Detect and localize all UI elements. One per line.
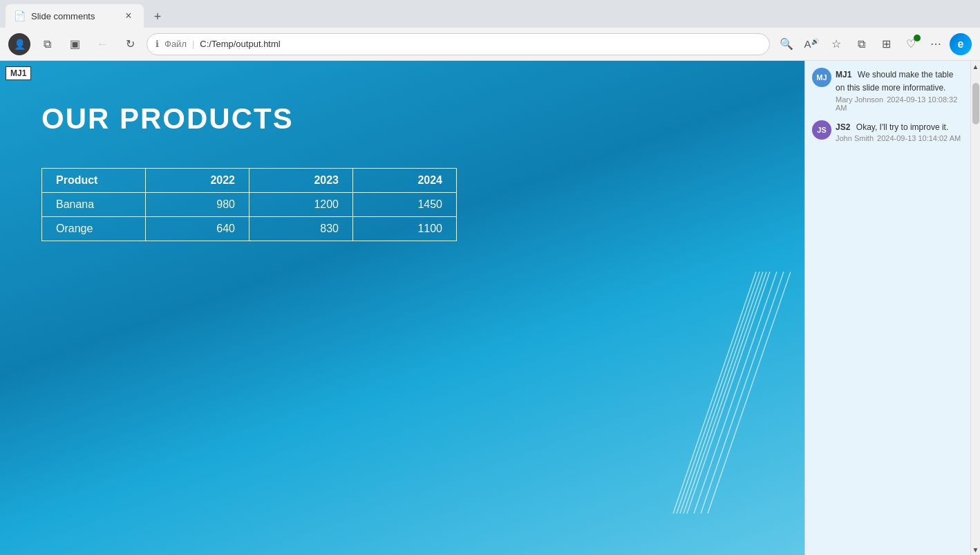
edge-logo-icon: e xyxy=(958,38,964,50)
cell-banana-2024: 1450 xyxy=(353,193,457,217)
address-url: C:/Temp/output.html xyxy=(200,39,761,49)
tab-bar: 📄 Slide comments × + xyxy=(0,0,980,28)
col-header-2023: 2023 xyxy=(249,169,353,193)
table-header-row: Product 2022 2023 2024 xyxy=(42,169,457,193)
slide-comment-badge[interactable]: MJ1 xyxy=(6,66,31,80)
extensions-button[interactable]: ♡ xyxy=(900,33,922,55)
toolbar-right-group: 🔍 A🔊 ☆ ⧉ ⊞ ♡ ⋯ e xyxy=(775,33,972,55)
svg-line-3 xyxy=(694,272,777,514)
search-button[interactable]: 🔍 xyxy=(775,33,798,55)
split-screen-button[interactable]: ⧉ xyxy=(850,33,872,55)
more-button[interactable]: ⋯ xyxy=(925,33,947,55)
svg-line-1 xyxy=(680,272,763,514)
cell-orange-name: Orange xyxy=(42,217,146,241)
profile-button[interactable]: 👤 xyxy=(8,33,30,55)
sidebar-toggle-btn[interactable]: ▣ xyxy=(64,33,86,55)
comment-id-js2: JS2 xyxy=(836,122,850,132)
slide-table-container: Product 2022 2023 2024 Banana 980 1200 1… xyxy=(41,168,457,241)
scrollbar-arrow-down[interactable]: ▼ xyxy=(971,544,981,555)
tab-doc-icon: 📄 xyxy=(14,10,26,21)
address-info-icon: ℹ xyxy=(156,39,159,49)
favorites-button[interactable]: ☆ xyxy=(825,33,847,55)
new-tab-button[interactable]: + xyxy=(147,6,169,28)
refresh-icon: ↻ xyxy=(126,37,135,50)
svg-line-5 xyxy=(708,272,791,514)
refresh-button[interactable]: ↻ xyxy=(119,33,141,55)
col-header-product: Product xyxy=(42,169,146,193)
address-bar[interactable]: ℹ Файл | C:/Temp/output.html xyxy=(147,33,770,55)
svg-line-0 xyxy=(673,272,756,514)
read-aloud-button[interactable]: A🔊 xyxy=(800,33,822,55)
comment-id-mj1: MJ1 xyxy=(836,70,851,79)
comment-author-js2: John Smith xyxy=(836,134,874,142)
edge-profile-button[interactable]: e xyxy=(950,33,972,55)
product-table: Product 2022 2023 2024 Banana 980 1200 1… xyxy=(41,168,457,241)
browser-content: MJ1 OUR PRODUCTS Product 2022 2023 2024 … xyxy=(0,61,980,555)
comment-meta-js2: John Smith 2024-09-13 10:14:02 AM xyxy=(836,134,961,142)
comment-text-js2: Okay, I'll try to improve it. xyxy=(856,122,948,132)
address-separator: | xyxy=(192,39,194,49)
read-aloud-icon: A🔊 xyxy=(804,38,818,50)
address-lang-label: Файл xyxy=(164,39,187,49)
browser-toolbar: 👤 ⧉ ▣ ← ↻ ℹ Файл | C:/Temp/output.html 🔍… xyxy=(0,28,980,61)
scrollbar-arrow-up[interactable]: ▲ xyxy=(971,61,981,72)
table-row: Orange 640 830 1100 xyxy=(42,217,457,241)
cell-banana-2022: 980 xyxy=(146,193,249,217)
comment-author-mj1: Mary Johnson xyxy=(836,95,883,104)
slide-area: MJ1 OUR PRODUCTS Product 2022 2023 2024 … xyxy=(0,61,804,555)
comment-header-js2: JS JS2 Okay, I'll try to improve it. Joh… xyxy=(812,120,963,143)
comment-item-js2: JS JS2 Okay, I'll try to improve it. Joh… xyxy=(812,120,963,143)
tab-close-button[interactable]: × xyxy=(122,9,135,23)
svg-line-6 xyxy=(677,272,760,514)
slide-decoration xyxy=(652,272,791,514)
collections-button[interactable]: ⊞ xyxy=(875,33,897,55)
cell-banana-2023: 1200 xyxy=(249,193,353,217)
cell-orange-2023: 830 xyxy=(249,217,353,241)
comments-sidebar: MJ MJ1 We should make the table on this … xyxy=(804,61,970,555)
comment-item-mj1: MJ MJ1 We should make the table on this … xyxy=(812,68,963,112)
comment-avatar-js: JS xyxy=(812,120,831,140)
svg-line-7 xyxy=(684,272,766,514)
comment-text-mj1: We should make the table on this slide m… xyxy=(836,70,953,93)
slide-title: OUR PRODUCTS xyxy=(41,102,294,135)
svg-line-4 xyxy=(701,272,784,514)
active-tab[interactable]: 📄 Slide comments × xyxy=(6,4,144,28)
scrollbar[interactable]: ▲ ▼ xyxy=(970,61,980,555)
extensions-badge xyxy=(914,35,921,41)
comment-meta-mj1: Mary Johnson 2024-09-13 10:08:32 AM xyxy=(836,95,963,112)
cell-orange-2022: 640 xyxy=(146,217,249,241)
cell-banana-name: Banana xyxy=(42,193,146,217)
table-row: Banana 980 1200 1450 xyxy=(42,193,457,217)
comment-header-mj1: MJ MJ1 We should make the table on this … xyxy=(812,68,963,112)
back-icon: ← xyxy=(97,38,108,50)
collections-icon-btn[interactable]: ⧉ xyxy=(36,33,58,55)
col-header-2024: 2024 xyxy=(353,169,457,193)
comment-datetime-js2: 2024-09-13 10:14:02 AM xyxy=(877,134,961,142)
tab-title: Slide comments xyxy=(31,11,116,21)
scrollbar-thumb[interactable] xyxy=(972,83,979,124)
comment-avatar-mj: MJ xyxy=(812,68,831,87)
svg-line-2 xyxy=(687,272,770,514)
col-header-2022: 2022 xyxy=(146,169,249,193)
cell-orange-2024: 1100 xyxy=(353,217,457,241)
back-button[interactable]: ← xyxy=(91,33,113,55)
